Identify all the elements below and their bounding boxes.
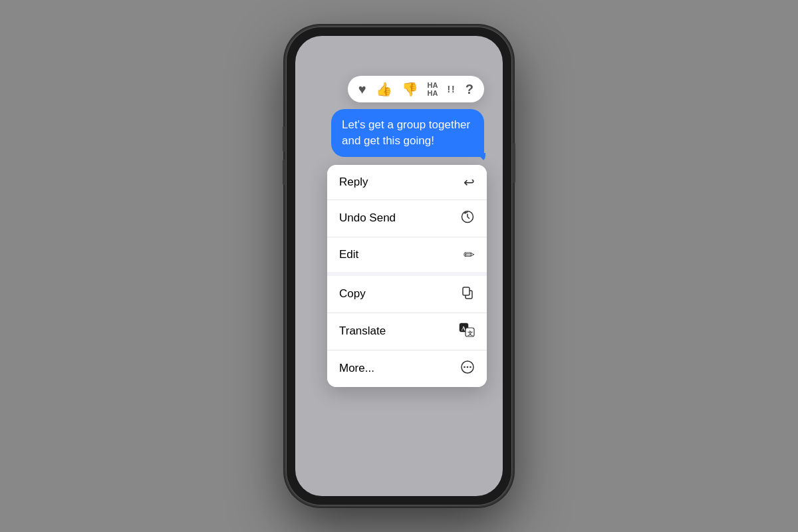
copy-icon <box>460 285 475 303</box>
volume-up-button[interactable] <box>283 126 285 152</box>
reaction-bar: ♥ 👍 👎 HAHA !! ? <box>348 76 484 102</box>
menu-group-1: Reply ↩ Undo Send <box>327 165 487 276</box>
edit-icon: ✏ <box>464 247 475 263</box>
volume-down-button[interactable] <box>283 160 285 185</box>
exclaim-reaction[interactable]: !! <box>447 84 456 94</box>
undo-send-menu-item[interactable]: Undo Send <box>327 200 487 237</box>
message-text: Let's get a group together and get this … <box>342 118 470 147</box>
svg-text:文: 文 <box>467 329 473 336</box>
edit-label: Edit <box>339 248 358 261</box>
heart-reaction[interactable]: ♥ <box>358 82 366 97</box>
edit-menu-item[interactable]: Edit ✏ <box>327 237 487 272</box>
copy-label: Copy <box>339 287 366 301</box>
phone-frame: ♥ 👍 👎 HAHA !! ? Let's get a group togeth… <box>286 27 512 505</box>
more-icon <box>460 360 475 378</box>
svg-point-8 <box>464 366 466 368</box>
haha-reaction[interactable]: HAHA <box>428 81 438 97</box>
question-reaction[interactable]: ? <box>466 82 473 97</box>
svg-rect-2 <box>463 287 469 295</box>
translate-icon: A 文 <box>459 323 475 340</box>
undo-send-icon <box>460 209 475 227</box>
copy-menu-item[interactable]: Copy <box>327 276 487 313</box>
screen-content: ♥ 👍 👎 HAHA !! ? Let's get a group togeth… <box>295 36 503 496</box>
svg-point-9 <box>467 366 469 368</box>
translate-menu-item[interactable]: Translate A 文 <box>327 313 487 350</box>
thumbsup-reaction[interactable]: 👍 <box>376 81 392 97</box>
translate-label: Translate <box>339 325 386 338</box>
more-menu-item[interactable]: More... <box>327 350 487 387</box>
phone-screen: ♥ 👍 👎 HAHA !! ? Let's get a group togeth… <box>295 36 503 496</box>
menu-group-2: Copy Translate <box>327 276 487 387</box>
more-label: More... <box>339 362 374 375</box>
reply-label: Reply <box>339 176 368 189</box>
thumbsdown-reaction[interactable]: 👎 <box>402 81 418 97</box>
undo-send-label: Undo Send <box>339 211 396 225</box>
svg-point-10 <box>469 366 471 368</box>
reply-menu-item[interactable]: Reply ↩ <box>327 165 487 200</box>
message-bubble: Let's get a group together and get this … <box>331 109 484 157</box>
reply-icon: ↩ <box>464 174 475 190</box>
context-menu: Reply ↩ Undo Send <box>327 165 487 387</box>
power-button[interactable] <box>513 143 515 183</box>
